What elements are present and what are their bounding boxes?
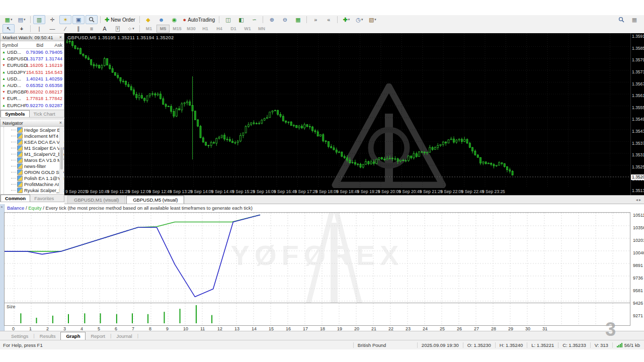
bar-chart-button[interactable]: ◫	[222, 15, 234, 24]
scrollbar-thumb[interactable]	[60, 147, 63, 170]
profiles-button[interactable]: ▤▾	[16, 15, 28, 24]
timeframe-m30[interactable]: M30	[185, 25, 198, 33]
timeframe-m5[interactable]: M5	[156, 25, 170, 33]
timeframe-mn[interactable]: MN	[255, 25, 268, 33]
strategy-tester-toggle[interactable]	[86, 15, 98, 24]
tab-common[interactable]: Common	[1, 195, 30, 202]
market-button[interactable]: ◉	[169, 15, 181, 24]
legend-equity: Equity	[28, 205, 41, 211]
market-watch-toggle[interactable]: ▥	[33, 15, 45, 24]
timeframe-w1[interactable]: W1	[241, 25, 254, 33]
candlestick-chart-button[interactable]: ◧	[235, 15, 247, 24]
tab-symbols[interactable]: Symbols	[1, 110, 30, 117]
ask-value: 1.31744	[45, 56, 64, 61]
tab-report[interactable]: Report	[86, 332, 110, 340]
tab-journal[interactable]: Journal	[111, 332, 137, 340]
community-button[interactable]: ☻	[155, 15, 168, 24]
main-toolbar: ▦▾ ▤▾ ▥ ✛ ✶ ▣ ✚ New Order ◆ ☻ ◉ ● AutoTr…	[0, 15, 644, 25]
data-window-button[interactable]: ✛	[46, 15, 58, 24]
navigator-item[interactable]: news-filter	[4, 163, 64, 169]
market-watch-row[interactable]: ▲GBPUSD1.317371.31744	[1, 55, 64, 62]
periods-button[interactable]: ◷▾	[353, 15, 365, 24]
timeframe-h1[interactable]: H1	[199, 25, 212, 33]
market-watch-row[interactable]: ▲USD...1.402411.40259	[1, 75, 64, 82]
tab-scroll-arrows[interactable]: ◂ ▸	[636, 198, 641, 202]
chart-tab-m5[interactable]: GBPUSD,M5 (visual)	[126, 196, 184, 204]
bid-value: 0.92270	[26, 103, 45, 108]
zoom-in-button[interactable]: ⊕	[266, 15, 278, 24]
indicators-button[interactable]: ✚▾	[340, 15, 352, 24]
navigator-toggle[interactable]: ✶	[59, 15, 71, 24]
candlestick-chart[interactable]	[64, 33, 630, 188]
symbol-name: EUR...	[7, 96, 21, 101]
autotrading-button[interactable]: ● AutoTrading	[182, 15, 217, 24]
close-icon[interactable]: ×	[59, 120, 62, 125]
zoom-out-button[interactable]: ⊖	[279, 15, 291, 24]
navigator-item[interactable]: Ryukai Scalper_fix	[4, 188, 64, 194]
arrow-up-icon: ▲	[2, 57, 6, 60]
auto-scroll-button[interactable]: »	[309, 15, 321, 24]
navigator-item[interactable]: Indicement MT4	[4, 133, 64, 139]
crosshair-tool[interactable]: +	[16, 24, 28, 33]
line-chart-button[interactable]: ∽	[248, 15, 260, 24]
column-ask[interactable]: Ask	[45, 42, 64, 48]
close-icon[interactable]: ×	[59, 35, 62, 40]
navigator-item[interactable]: KSEA DCA EA V5.0	[4, 139, 64, 145]
navigator-item[interactable]: M1 Scalper EA V2@	[4, 145, 64, 151]
terminal-toggle[interactable]: ▣	[72, 15, 85, 24]
market-watch-row[interactable]: ▲EURCHF0.922700.92287	[1, 102, 64, 109]
price-tick: 1.35255	[631, 164, 644, 169]
market-watch-row[interactable]: ▲USD...0.793960.79405	[1, 49, 64, 55]
chart-window[interactable]: GBPUSD,M5 1.35195 1.35211 1.35194 1.3520…	[64, 33, 644, 195]
market-watch-row[interactable]: ▼EURUSD1.162051.16219	[1, 62, 64, 68]
navigator-scrollbar[interactable]	[59, 127, 63, 194]
market-watch-row[interactable]: ▼EUR...1.778181.77842	[1, 95, 64, 102]
market-watch-row[interactable]: ▲AUD...0.653520.65358	[1, 82, 64, 88]
new-order-button[interactable]: ✚ New Order	[103, 15, 137, 24]
navigator-item[interactable]: ProfitMachine AI V	[4, 182, 64, 188]
chart-tab-m1[interactable]: GBPUSD,M1 (visual)	[67, 196, 125, 204]
channel-tool[interactable]: ∥	[72, 24, 85, 33]
toolbars-menu-button[interactable]: ▦	[628, 15, 640, 24]
navigator-item[interactable]: Hedge Scalper EA 2	[4, 127, 64, 133]
navigator-item[interactable]: ORION GOLD SCAL	[4, 169, 64, 175]
tab-tick-chart[interactable]: Tick Chart	[30, 111, 59, 117]
column-bid[interactable]: Bid	[26, 42, 45, 48]
cursor-tool[interactable]: ↖	[3, 24, 15, 33]
expert-advisor-icon	[17, 127, 23, 133]
tester-graph[interactable]: YØFØREX	[4, 212, 630, 303]
tab-favorites[interactable]: Favorites	[30, 195, 58, 202]
vertical-line-tool[interactable]: |	[33, 24, 45, 33]
templates-button[interactable]: ▧▾	[366, 15, 378, 24]
navigator-item-label: Maros EA V1.0 MT4	[24, 157, 64, 163]
market-watch-row[interactable]: ▲USDJPY154.531154.543	[1, 69, 64, 75]
trendline-tool[interactable]: ∕	[59, 24, 71, 33]
tree-branch	[11, 142, 16, 142]
timeframe-d1[interactable]: D1	[227, 25, 240, 33]
fibonacci-tool[interactable]: ≡	[86, 24, 98, 33]
navigator-item[interactable]: Polish EA 1.1@YFP	[4, 175, 64, 182]
navigator-item-label: ProfitMachine AI V	[24, 182, 63, 187]
tab-graph[interactable]: Graph	[60, 332, 86, 340]
timeframe-m15[interactable]: M15	[171, 25, 184, 33]
timeframe-m1[interactable]: M1	[142, 25, 155, 33]
text-tool[interactable]: A	[99, 24, 111, 33]
navigator-item-label: KSEA DCA EA V5.0	[24, 139, 64, 145]
tile-windows-button[interactable]: ▦	[292, 15, 304, 24]
new-chart-button[interactable]: ▦▾	[3, 15, 15, 24]
tab-settings[interactable]: Settings	[6, 332, 33, 340]
arrows-tool[interactable]: ⁘▾	[125, 24, 137, 33]
bid-value: 154.531	[26, 69, 45, 75]
navigator-item[interactable]: Maros EA V1.0 MT4	[4, 157, 64, 163]
metaquotes-icon-button[interactable]: ◆	[142, 15, 154, 24]
column-symbol[interactable]: Symbol	[1, 42, 26, 48]
horizontal-line-tool[interactable]: —	[46, 24, 58, 33]
search-button[interactable]	[615, 15, 627, 24]
timeframe-h4[interactable]: H4	[213, 25, 226, 33]
chart-shift-button[interactable]: «	[323, 15, 335, 24]
navigator-item[interactable]: M1_ScalperV2_by@	[4, 151, 64, 157]
tab-results[interactable]: Results	[35, 332, 61, 340]
text-label-tool[interactable]: T	[112, 24, 124, 33]
market-watch-row[interactable]: ▼EURGBP0.882020.88217	[1, 88, 64, 95]
close-icon[interactable]: ×	[1, 205, 3, 209]
